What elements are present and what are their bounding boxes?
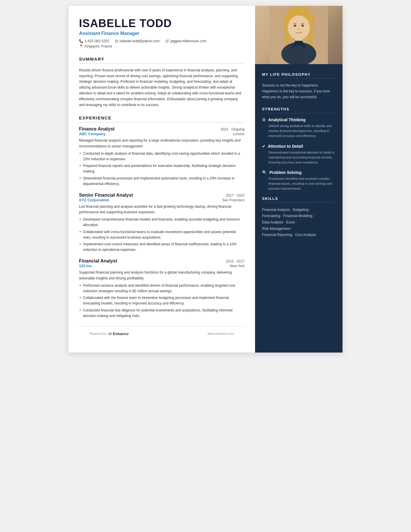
job-3-company: 123 Inc. xyxy=(79,264,93,268)
job-2-header: Senior Financial Analyst 2017 - 2022 xyxy=(79,193,245,198)
job-1-location: London xyxy=(233,132,245,136)
location-contact: 📍 Kingsport, France xyxy=(79,44,112,48)
summary-heading: SUMMARY xyxy=(79,57,245,61)
candidate-title: Assistant Finance Manager xyxy=(79,31,245,36)
job-3-desc: Supported financial planning and analysi… xyxy=(79,270,245,281)
email-value: isabelle.todd@yahoo.com xyxy=(120,39,160,43)
job-1-company: ABC Company xyxy=(79,132,106,136)
bullet-item: Prepared financial reports and presentat… xyxy=(79,163,245,174)
strength-3-header: 🔍 Problem Solving xyxy=(262,170,336,175)
infinity-icon: ∞ xyxy=(108,331,112,337)
skills-line-4: Risk Management · xyxy=(262,226,336,232)
job-1-header: Finance Analyst 2022 - Ongoing xyxy=(79,126,245,132)
philosophy-divider xyxy=(262,78,336,79)
job-1-bullets: Conducted in-depth analysis of financial… xyxy=(79,151,245,187)
contact-row-2: 📍 Kingsport, France xyxy=(79,44,245,48)
job-1-desc: Managed financial analysis and reporting… xyxy=(79,138,245,149)
phone-icon: 📞 xyxy=(79,39,83,43)
website-value: jagged-millennium.com xyxy=(171,39,206,43)
contact-row-1: 📞 1-415-362-5201 @ isabelle.todd@yahoo.c… xyxy=(79,39,245,43)
bullet-item: Implemented cost control measures and id… xyxy=(79,242,245,253)
resume-footer: Powered by ∞ Enhancv www.enhancv.com xyxy=(79,326,245,341)
job-2-location: San Francisco xyxy=(222,198,245,202)
footer-powered: Powered by ∞ Enhancv xyxy=(89,331,129,337)
job-1: Finance Analyst 2022 - Ongoing ABC Compa… xyxy=(79,126,245,187)
strength-1-title: Analytical Thinking xyxy=(268,117,305,122)
footer-logo-text: Enhancv xyxy=(113,332,129,336)
photo-area xyxy=(255,6,342,64)
job-2-dates: 2017 - 2022 xyxy=(226,193,245,198)
strengths-divider xyxy=(262,113,336,113)
experience-section: EXPERIENCE Finance Analyst 2022 - Ongoin… xyxy=(79,115,245,319)
photo-placeholder xyxy=(255,6,342,64)
summary-section: SUMMARY Results-driven finance professio… xyxy=(79,57,245,108)
summary-text: Results-driven finance professional with… xyxy=(79,68,245,108)
candidate-name: ISABELLE TODD xyxy=(79,17,245,30)
skills-divider xyxy=(262,202,336,203)
enhancv-logo: ∞ Enhancv xyxy=(108,331,129,337)
strength-2: ✔ Attention to Detail Demonstrated excep… xyxy=(262,144,336,165)
job-1-sub: ABC Company London xyxy=(79,132,245,136)
skills-line-1: Financial Analysis · Budgeting · xyxy=(262,207,336,213)
skills-line-3: Data Analysis · Excel · xyxy=(262,219,336,226)
svg-point-5 xyxy=(294,25,296,27)
powered-by-text: Powered by xyxy=(89,332,106,335)
strength-1: ⚙ Analytical Thinking Utilized strong an… xyxy=(262,117,336,138)
strength-1-desc: Utilized strong analytical skills to ide… xyxy=(262,124,336,138)
experience-heading: EXPERIENCE xyxy=(79,115,245,120)
skills-heading: SKILLS xyxy=(262,196,336,201)
job-2: Senior Financial Analyst 2017 - 2022 XYZ… xyxy=(79,193,245,253)
philosophy-text: Success is not the key to happiness. Hap… xyxy=(262,83,336,100)
job-2-desc: Led financial planning and analysis acti… xyxy=(79,204,245,215)
problem-solving-icon: 🔍 xyxy=(262,170,267,175)
skills-line-5: Financial Reporting · Cost Analysis xyxy=(262,232,336,238)
philosophy-heading: MY LIFE PHILOSOPHY xyxy=(262,72,336,77)
job-2-sub: XYZ Corporation San Francisco xyxy=(79,198,245,202)
job-3-bullets: Performed variance analysis and identifi… xyxy=(79,283,245,319)
footer-website: www.enhancv.com xyxy=(208,332,234,335)
job-3-location: New York xyxy=(230,264,245,268)
website-contact: 🔗 jagged-millennium.com xyxy=(165,39,206,43)
bullet-item: Performed variance analysis and identifi… xyxy=(79,283,245,294)
bullet-item: Conducted in-depth analysis of financial… xyxy=(79,151,245,162)
analytical-icon: ⚙ xyxy=(262,117,266,122)
job-3-dates: 2015 - 2017 xyxy=(226,259,245,263)
bullet-item: Streamlined financial processes and impl… xyxy=(79,176,245,187)
location-icon: 📍 xyxy=(79,44,83,48)
bullet-item: Collaborated with the finance team to st… xyxy=(79,295,245,306)
link-icon: 🔗 xyxy=(165,39,169,43)
bullet-item: Conducted financial due diligence for po… xyxy=(79,308,245,319)
job-2-bullets: Developed comprehensive financial models… xyxy=(79,217,245,253)
strength-3: 🔍 Problem Solving Proactively identified… xyxy=(262,170,336,191)
bullet-item: Collaborated with cross-functional teams… xyxy=(79,229,245,240)
job-3-sub: 123 Inc. New York xyxy=(79,264,245,268)
experience-divider xyxy=(79,122,245,122)
attention-icon: ✔ xyxy=(262,144,266,149)
job-2-role: Senior Financial Analyst xyxy=(79,193,133,198)
left-column: ISABELLE TODD Assistant Finance Manager … xyxy=(68,6,255,353)
phone-value: 1-415-362-5201 xyxy=(85,39,109,43)
email-icon: @ xyxy=(115,39,118,43)
right-column: MY LIFE PHILOSOPHY Success is not the ke… xyxy=(255,6,342,353)
phone-contact: 📞 1-415-362-5201 xyxy=(79,39,109,43)
email-contact: @ isabelle.todd@yahoo.com xyxy=(115,39,159,43)
strength-1-header: ⚙ Analytical Thinking xyxy=(262,117,336,122)
strength-2-title: Attention to Detail xyxy=(268,144,303,149)
resume-wrapper: ISABELLE TODD Assistant Finance Manager … xyxy=(68,6,342,353)
job-3: Financial Analyst 2015 - 2017 123 Inc. N… xyxy=(79,258,245,319)
job-3-header: Financial Analyst 2015 - 2017 xyxy=(79,258,245,264)
strength-2-desc: Demonstrated exceptional attention to de… xyxy=(262,150,336,165)
svg-point-6 xyxy=(301,25,304,27)
job-2-company: XYZ Corporation xyxy=(79,198,109,202)
strengths-heading: STRENGTHS xyxy=(262,107,336,111)
bullet-item: Developed comprehensive financial models… xyxy=(79,217,245,228)
location-value: Kingsport, France xyxy=(85,44,112,48)
skills-section: SKILLS Financial Analysis · Budgeting · … xyxy=(262,196,336,238)
job-1-role: Finance Analyst xyxy=(79,126,115,132)
strength-3-desc: Proactively identified and resolved comp… xyxy=(262,176,336,191)
summary-divider xyxy=(79,63,245,64)
skills-text: Financial Analysis · Budgeting · Forecas… xyxy=(262,207,336,238)
strength-2-header: ✔ Attention to Detail xyxy=(262,144,336,149)
profile-photo-svg xyxy=(270,6,328,64)
job-1-dates: 2022 - Ongoing xyxy=(220,127,245,131)
